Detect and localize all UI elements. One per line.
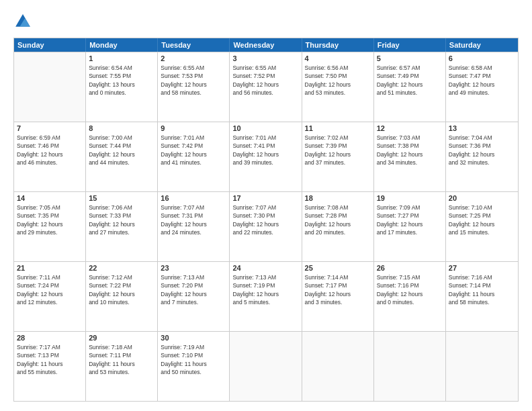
calendar-header-row: SundayMondayTuesdayWednesdayThursdayFrid… [14,38,518,52]
day-number: 14 [17,194,83,202]
cal-header-thursday: Thursday [302,38,374,52]
cal-cell-day-21: 21Sunrise: 7:11 AM Sunset: 7:24 PM Dayli… [14,262,86,331]
cal-header-friday: Friday [374,38,446,52]
day-detail: Sunrise: 7:14 AM Sunset: 7:17 PM Dayligh… [305,273,371,306]
day-number: 5 [377,54,443,62]
day-detail: Sunrise: 7:12 AM Sunset: 7:22 PM Dayligh… [89,273,154,306]
cal-cell-empty-4-3 [230,332,302,401]
day-number: 29 [89,334,154,342]
day-number: 10 [232,124,298,132]
day-number: 25 [305,264,371,272]
day-detail: Sunrise: 7:06 AM Sunset: 7:33 PM Dayligh… [89,203,154,236]
cal-cell-day-25: 25Sunrise: 7:14 AM Sunset: 7:17 PM Dayli… [302,262,374,331]
day-number: 8 [89,124,154,132]
day-number: 6 [449,54,515,62]
cal-cell-day-8: 8Sunrise: 7:00 AM Sunset: 7:44 PM Daylig… [86,122,158,191]
cal-cell-day-6: 6Sunrise: 6:58 AM Sunset: 7:47 PM Daylig… [446,52,518,122]
day-number: 26 [377,264,443,272]
day-detail: Sunrise: 7:18 AM Sunset: 7:11 PM Dayligh… [89,343,154,376]
day-detail: Sunrise: 7:16 AM Sunset: 7:14 PM Dayligh… [449,273,515,306]
cal-header-tuesday: Tuesday [158,38,230,52]
day-number: 4 [305,54,371,62]
day-detail: Sunrise: 7:05 AM Sunset: 7:35 PM Dayligh… [17,203,83,236]
day-number: 1 [89,54,154,62]
cal-cell-day-23: 23Sunrise: 7:13 AM Sunset: 7:20 PM Dayli… [158,262,230,331]
day-number: 18 [305,194,371,202]
cal-row-3: 21Sunrise: 7:11 AM Sunset: 7:24 PM Dayli… [14,261,518,331]
cal-cell-day-16: 16Sunrise: 7:07 AM Sunset: 7:31 PM Dayli… [158,192,230,261]
day-number: 17 [232,194,298,202]
day-detail: Sunrise: 7:01 AM Sunset: 7:42 PM Dayligh… [161,134,226,167]
day-detail: Sunrise: 6:57 AM Sunset: 7:49 PM Dayligh… [377,64,443,97]
cal-cell-day-28: 28Sunrise: 7:17 AM Sunset: 7:13 PM Dayli… [14,332,86,401]
day-detail: Sunrise: 7:02 AM Sunset: 7:39 PM Dayligh… [305,134,371,167]
day-number: 16 [161,194,226,202]
day-number: 22 [89,264,154,272]
day-detail: Sunrise: 6:55 AM Sunset: 7:52 PM Dayligh… [232,64,298,97]
day-detail: Sunrise: 6:58 AM Sunset: 7:47 PM Dayligh… [449,64,515,97]
cal-cell-day-4: 4Sunrise: 6:56 AM Sunset: 7:50 PM Daylig… [302,52,374,122]
day-detail: Sunrise: 7:09 AM Sunset: 7:27 PM Dayligh… [377,203,443,236]
day-detail: Sunrise: 7:15 AM Sunset: 7:16 PM Dayligh… [377,273,443,306]
day-number: 11 [305,124,371,132]
day-detail: Sunrise: 7:07 AM Sunset: 7:30 PM Dayligh… [232,203,298,236]
logo [13,12,35,31]
cal-cell-day-20: 20Sunrise: 7:10 AM Sunset: 7:25 PM Dayli… [446,192,518,261]
day-number: 24 [232,264,298,272]
header [13,12,519,31]
day-number: 3 [232,54,298,62]
day-number: 20 [449,194,515,202]
cal-cell-day-1: 1Sunrise: 6:54 AM Sunset: 7:55 PM Daylig… [86,52,158,122]
day-number: 9 [161,124,226,132]
day-detail: Sunrise: 7:13 AM Sunset: 7:20 PM Dayligh… [161,273,226,306]
cal-cell-day-18: 18Sunrise: 7:08 AM Sunset: 7:28 PM Dayli… [302,192,374,261]
day-detail: Sunrise: 6:56 AM Sunset: 7:50 PM Dayligh… [305,64,371,97]
cal-cell-day-19: 19Sunrise: 7:09 AM Sunset: 7:27 PM Dayli… [374,192,446,261]
day-number: 15 [89,194,154,202]
cal-row-0: 1Sunrise: 6:54 AM Sunset: 7:55 PM Daylig… [14,52,518,122]
day-number: 28 [17,334,83,342]
cal-cell-day-24: 24Sunrise: 7:13 AM Sunset: 7:19 PM Dayli… [230,262,302,331]
cal-row-4: 28Sunrise: 7:17 AM Sunset: 7:13 PM Dayli… [14,331,518,401]
cal-cell-empty-0-0 [14,52,86,122]
cal-row-1: 7Sunrise: 6:59 AM Sunset: 7:46 PM Daylig… [14,122,518,191]
cal-header-monday: Monday [86,38,158,52]
cal-cell-empty-4-4 [302,332,374,401]
day-detail: Sunrise: 7:00 AM Sunset: 7:44 PM Dayligh… [89,134,154,167]
cal-cell-day-30: 30Sunrise: 7:19 AM Sunset: 7:10 PM Dayli… [158,332,230,401]
day-detail: Sunrise: 7:07 AM Sunset: 7:31 PM Dayligh… [161,203,226,236]
cal-cell-day-15: 15Sunrise: 7:06 AM Sunset: 7:33 PM Dayli… [86,192,158,261]
day-number: 12 [377,124,443,132]
cal-row-2: 14Sunrise: 7:05 AM Sunset: 7:35 PM Dayli… [14,191,518,261]
day-number: 30 [161,334,226,342]
day-number: 21 [17,264,83,272]
day-number: 23 [161,264,226,272]
day-number: 19 [377,194,443,202]
day-detail: Sunrise: 7:01 AM Sunset: 7:41 PM Dayligh… [232,134,298,167]
cal-cell-day-3: 3Sunrise: 6:55 AM Sunset: 7:52 PM Daylig… [230,52,302,122]
day-detail: Sunrise: 7:04 AM Sunset: 7:36 PM Dayligh… [449,134,515,167]
day-number: 7 [17,124,83,132]
cal-header-sunday: Sunday [14,38,86,52]
cal-cell-day-2: 2Sunrise: 6:55 AM Sunset: 7:53 PM Daylig… [158,52,230,122]
cal-cell-day-10: 10Sunrise: 7:01 AM Sunset: 7:41 PM Dayli… [230,122,302,191]
cal-cell-day-17: 17Sunrise: 7:07 AM Sunset: 7:30 PM Dayli… [230,192,302,261]
cal-cell-day-13: 13Sunrise: 7:04 AM Sunset: 7:36 PM Dayli… [446,122,518,191]
day-detail: Sunrise: 7:08 AM Sunset: 7:28 PM Dayligh… [305,203,371,236]
day-detail: Sunrise: 7:03 AM Sunset: 7:38 PM Dayligh… [377,134,443,167]
cal-cell-day-7: 7Sunrise: 6:59 AM Sunset: 7:46 PM Daylig… [14,122,86,191]
cal-cell-day-12: 12Sunrise: 7:03 AM Sunset: 7:38 PM Dayli… [374,122,446,191]
cal-cell-day-27: 27Sunrise: 7:16 AM Sunset: 7:14 PM Dayli… [446,262,518,331]
day-detail: Sunrise: 7:11 AM Sunset: 7:24 PM Dayligh… [17,273,83,306]
cal-cell-day-22: 22Sunrise: 7:12 AM Sunset: 7:22 PM Dayli… [86,262,158,331]
cal-header-saturday: Saturday [446,38,518,52]
cal-cell-empty-4-5 [374,332,446,401]
cal-cell-empty-4-6 [446,332,518,401]
day-number: 27 [449,264,515,272]
cal-cell-day-5: 5Sunrise: 6:57 AM Sunset: 7:49 PM Daylig… [374,52,446,122]
day-detail: Sunrise: 6:55 AM Sunset: 7:53 PM Dayligh… [161,64,226,97]
day-detail: Sunrise: 7:19 AM Sunset: 7:10 PM Dayligh… [161,343,226,376]
logo-icon [13,12,32,31]
cal-cell-day-14: 14Sunrise: 7:05 AM Sunset: 7:35 PM Dayli… [14,192,86,261]
calendar: SundayMondayTuesdayWednesdayThursdayFrid… [13,38,519,402]
